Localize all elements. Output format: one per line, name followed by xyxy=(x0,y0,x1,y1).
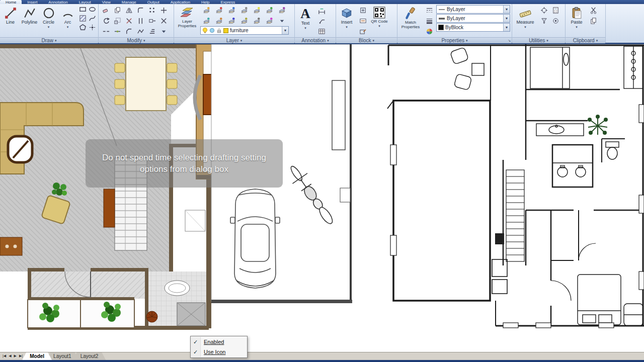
point-icon[interactable] xyxy=(88,23,97,32)
layer-panel-label[interactable]: Layer▾ xyxy=(174,37,294,43)
properties-dialog-launcher-icon[interactable]: ↘ xyxy=(508,39,511,43)
object-color-combobox[interactable]: ByLayer ▼ xyxy=(436,5,510,14)
measure-button[interactable]: Measure ▾ xyxy=(514,5,537,36)
scale-icon[interactable] xyxy=(113,17,122,25)
lineweight-icon[interactable] xyxy=(425,17,434,25)
layer-combobox[interactable]: furniture ▼ xyxy=(200,26,289,35)
text-button[interactable]: A Text ▾ xyxy=(296,5,314,36)
ellipse-icon[interactable] xyxy=(88,5,97,14)
quick-calc-icon[interactable] xyxy=(551,6,560,15)
ribbon-tab-insert[interactable]: Insert xyxy=(22,0,43,4)
layout2-tab[interactable]: Layout2 xyxy=(73,352,106,360)
utilities-panel-label[interactable]: Utilities▾ xyxy=(512,37,565,43)
id-point-icon[interactable] xyxy=(539,6,548,15)
erase-icon[interactable] xyxy=(101,6,110,15)
layer-lock-icon[interactable] xyxy=(252,6,261,15)
drawing-canvas[interactable]: Do not spend time selecting drafting set… xyxy=(0,44,644,352)
edit-attribute-icon[interactable] xyxy=(358,17,367,25)
last-tab-button[interactable]: ▶| xyxy=(19,354,23,358)
ribbon-tab-home[interactable]: Home xyxy=(0,0,22,4)
layer-unlock-icon[interactable] xyxy=(227,17,236,25)
layer-delete-icon[interactable] xyxy=(265,17,274,25)
mirror-icon[interactable] xyxy=(124,6,133,15)
modify-panel-label[interactable]: Modify▾ xyxy=(99,37,174,43)
properties-panel-label[interactable]: Properties▾↘ xyxy=(397,37,512,43)
line-button[interactable]: Line xyxy=(2,5,19,36)
array-icon[interactable] xyxy=(147,6,156,15)
ribbon-tab-help[interactable]: Help xyxy=(196,0,215,4)
ribbon-tab-annotation[interactable]: Annotation xyxy=(43,0,73,4)
linetype-combobox[interactable]: ByBlock ▼ xyxy=(436,23,510,32)
next-tab-button[interactable]: ▶ xyxy=(14,354,17,358)
hatch-icon[interactable] xyxy=(78,14,87,23)
layer-walk-icon[interactable] xyxy=(239,17,249,25)
ribbon-tab-express[interactable]: Express xyxy=(215,0,240,4)
cut-icon[interactable] xyxy=(589,6,598,15)
spline-icon[interactable] xyxy=(88,14,97,23)
qr-code-dropdown-icon[interactable]: ▾ xyxy=(378,24,380,28)
ribbon-tab-output[interactable]: Output xyxy=(142,0,165,4)
context-menu-item-use-icon[interactable]: ✓ Use Icon xyxy=(191,347,247,357)
layer-on-icon[interactable] xyxy=(202,17,211,25)
ribbon-tab-application[interactable]: Application xyxy=(165,0,196,4)
layer-state-manager-icon[interactable] xyxy=(202,6,211,15)
lineweight-arrow-icon[interactable]: ▼ xyxy=(503,15,510,22)
insert-dropdown-icon[interactable]: ▾ xyxy=(346,25,348,29)
lineweight-combobox[interactable]: ByLayer ▼ xyxy=(436,14,510,23)
trim-icon[interactable] xyxy=(124,17,133,25)
layer-isolate-icon[interactable] xyxy=(214,6,223,15)
block-panel-label[interactable]: Block▾ xyxy=(336,37,397,43)
block-editor-icon[interactable] xyxy=(358,27,367,36)
table-icon[interactable] xyxy=(317,27,326,36)
ribbon-tab-layout[interactable]: Layout xyxy=(73,0,97,4)
layer-off-icon[interactable] xyxy=(239,6,249,15)
insert-button[interactable]: Insert ▾ xyxy=(338,5,356,36)
copy-icon[interactable] xyxy=(113,6,122,15)
stretch-icon[interactable] xyxy=(147,17,156,25)
break-icon[interactable] xyxy=(101,27,110,36)
arc-button[interactable]: Arc ▾ xyxy=(59,5,76,36)
measure-dropdown-icon[interactable]: ▾ xyxy=(524,25,526,29)
polyline-button[interactable]: Polyline xyxy=(21,5,38,36)
annotation-panel-label[interactable]: Annotation▾ xyxy=(295,37,336,43)
layer-combo-arrow-icon[interactable]: ▼ xyxy=(282,27,288,34)
move-icon[interactable] xyxy=(159,6,168,15)
prev-tab-button[interactable]: ◀ xyxy=(9,354,11,358)
rectangle-icon[interactable] xyxy=(78,5,87,14)
align-icon[interactable] xyxy=(147,27,156,36)
arc-dropdown-icon[interactable]: ▾ xyxy=(67,25,69,29)
rotate-icon[interactable] xyxy=(101,17,110,25)
layer-merge-icon[interactable] xyxy=(252,17,261,25)
paste-dropdown-icon[interactable]: ▾ xyxy=(576,25,578,29)
circle-dropdown-icon[interactable]: ▾ xyxy=(48,25,50,29)
ribbon-tab-view[interactable]: View xyxy=(97,0,116,4)
circle-button[interactable]: Circle ▾ xyxy=(40,5,57,36)
context-menu-item-enabled[interactable]: ✓ Enabled xyxy=(191,337,247,347)
linetype-arrow-icon[interactable]: ▼ xyxy=(503,24,510,31)
model-tab[interactable]: Model xyxy=(22,352,52,360)
color-wheel-icon[interactable] xyxy=(425,27,434,36)
match-properties-button[interactable]: Match Properties xyxy=(399,5,422,36)
paste-button[interactable]: Paste ▾ xyxy=(567,5,586,36)
layer-previous-icon[interactable] xyxy=(277,6,286,15)
layer-freeze-icon[interactable] xyxy=(227,6,236,15)
qr-code-button[interactable]: QR Code ▾ xyxy=(370,5,389,36)
text-dropdown-icon[interactable]: ▾ xyxy=(304,26,306,30)
explode-icon[interactable] xyxy=(159,17,168,25)
draw-panel-label[interactable]: Draw▾ xyxy=(0,37,98,43)
ribbon-tab-manage[interactable]: Manage xyxy=(116,0,142,4)
copy-clip-icon[interactable] xyxy=(589,17,598,25)
layer-flyout-icon[interactable] xyxy=(277,17,286,25)
polygon-icon[interactable] xyxy=(78,23,87,32)
multileader-icon[interactable] xyxy=(317,17,326,25)
layer-match-icon[interactable] xyxy=(265,6,274,15)
create-block-icon[interactable] xyxy=(358,6,367,15)
object-color-arrow-icon[interactable]: ▼ xyxy=(503,6,510,13)
fillet-icon[interactable] xyxy=(136,6,145,15)
edit-polyline-icon[interactable] xyxy=(136,27,145,36)
chamfer-icon[interactable] xyxy=(124,27,133,36)
quick-select-icon[interactable] xyxy=(539,17,548,25)
layer-thaw-icon[interactable] xyxy=(214,17,223,25)
clipboard-panel-label[interactable]: Clipboard▾ xyxy=(566,37,605,43)
modify-flyout-icon[interactable] xyxy=(159,27,168,36)
